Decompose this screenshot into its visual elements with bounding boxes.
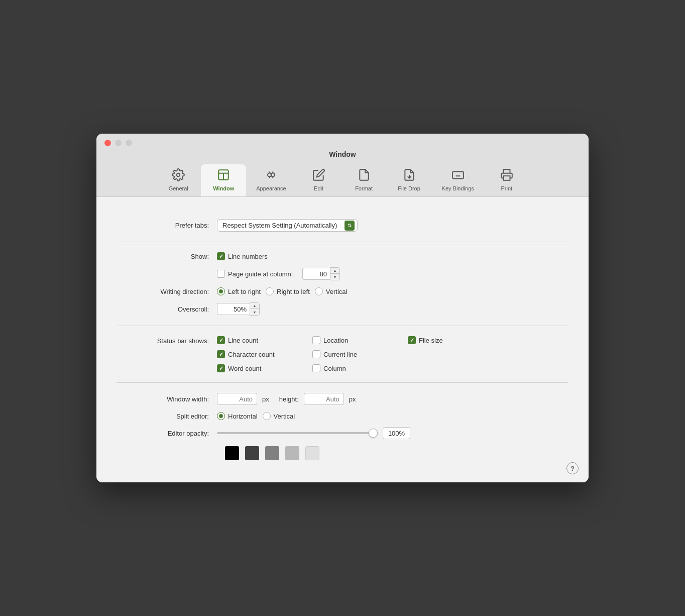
overscroll-stepper: ▲ ▼ xyxy=(217,302,260,316)
prefer-tabs-row: Prefer tabs: Respect System Setting (Aut… xyxy=(117,219,568,232)
swatch-light-gray[interactable] xyxy=(285,446,299,460)
page-guide-input[interactable] xyxy=(302,268,330,280)
tab-edit[interactable]: Edit xyxy=(296,164,341,196)
line-count-wrapper[interactable]: Line count xyxy=(217,336,307,344)
tab-appearance-label: Appearance xyxy=(256,185,286,191)
page-guide-wrapper[interactable]: Page guide at column: xyxy=(217,270,297,278)
location-label: Location xyxy=(323,337,348,344)
tab-window-label: Window xyxy=(213,185,234,191)
writing-direction-controls: Left to right Right to left Vertical xyxy=(217,287,347,295)
status-bar-label: Status bar shows: xyxy=(117,336,217,345)
vertical-split-wrapper[interactable]: Vertical xyxy=(263,412,295,420)
format-icon xyxy=(358,168,371,183)
rtl-radio[interactable] xyxy=(266,287,274,295)
page-guide-stepper: ▲ ▼ xyxy=(302,267,340,280)
ltr-wrapper[interactable]: Left to right xyxy=(217,287,261,295)
show-section: Show: Line numbers Page guide at column: xyxy=(117,242,568,326)
svg-rect-15 xyxy=(503,176,510,180)
line-numbers-wrapper[interactable]: Line numbers xyxy=(217,252,297,260)
location-wrapper[interactable]: Location xyxy=(312,336,403,344)
vertical-label: Vertical xyxy=(326,288,348,295)
print-icon xyxy=(500,168,513,183)
appearance-icon xyxy=(265,168,278,183)
file-drop-icon xyxy=(403,168,416,183)
prefer-tabs-dropdown[interactable]: Respect System Setting (Automatically) A… xyxy=(217,219,358,232)
content-area: Prefer tabs: Respect System Setting (Aut… xyxy=(96,197,589,482)
overscroll-row: Overscroll: ▲ ▼ xyxy=(117,302,568,316)
tab-print[interactable]: Print xyxy=(484,164,529,196)
page-guide-decrement[interactable]: ▼ xyxy=(330,274,339,280)
horizontal-wrapper[interactable]: Horizontal xyxy=(217,412,258,420)
prefer-tabs-section: Prefer tabs: Respect System Setting (Aut… xyxy=(117,209,568,242)
window-width-input[interactable] xyxy=(217,393,257,405)
split-editor-label: Split editor: xyxy=(117,413,217,420)
ltr-radio[interactable] xyxy=(217,287,225,295)
character-count-wrapper[interactable]: Character count xyxy=(217,350,307,358)
ltr-label: Left to right xyxy=(228,288,261,295)
key-bindings-icon xyxy=(451,168,465,183)
content: Prefer tabs: Respect System Setting (Aut… xyxy=(96,197,589,482)
file-size-checkbox[interactable] xyxy=(408,336,416,344)
vertical-split-radio[interactable] xyxy=(263,412,271,420)
overscroll-input[interactable] xyxy=(217,303,250,315)
vertical-wrapper[interactable]: Vertical xyxy=(315,287,348,295)
opacity-slider[interactable] xyxy=(217,432,378,434)
help-button[interactable]: ? xyxy=(566,462,579,474)
line-numbers-label: Line numbers xyxy=(228,253,268,260)
page-guide-controls: Page guide at column: ▲ ▼ xyxy=(217,267,340,280)
editor-opacity-label: Editor opacity: xyxy=(117,430,217,437)
title-bar: Window General xyxy=(96,134,589,197)
location-checkbox[interactable] xyxy=(312,336,320,344)
split-editor-row: Split editor: Horizontal Vertical xyxy=(117,412,568,420)
swatch-black[interactable] xyxy=(225,446,239,460)
vertical-radio[interactable] xyxy=(315,287,323,295)
window-icon xyxy=(217,168,230,183)
swatch-dark-gray[interactable] xyxy=(245,446,259,460)
tab-window[interactable]: Window xyxy=(201,164,246,196)
column-checkbox[interactable] xyxy=(312,364,320,372)
current-line-checkbox[interactable] xyxy=(312,350,320,358)
page-guide-checkbox[interactable] xyxy=(217,270,225,278)
window-size-row: Window width: px height: px xyxy=(117,393,568,405)
swatch-mid-gray[interactable] xyxy=(265,446,279,460)
minimize-button[interactable] xyxy=(115,140,122,146)
tab-format[interactable]: Format xyxy=(341,164,387,196)
page-guide-row: Page guide at column: ▲ ▼ xyxy=(117,267,568,280)
tab-print-label: Print xyxy=(501,185,512,191)
window-title: Window xyxy=(329,150,356,158)
page-guide-label: Page guide at column: xyxy=(228,270,293,278)
toolbar: General Window xyxy=(156,164,529,196)
column-wrapper[interactable]: Column xyxy=(312,364,403,372)
page-guide-stepper-buttons: ▲ ▼ xyxy=(330,267,340,280)
file-size-label: File size xyxy=(419,337,443,344)
rtl-wrapper[interactable]: Right to left xyxy=(266,287,310,295)
tab-general[interactable]: General xyxy=(156,164,201,196)
line-count-checkbox[interactable] xyxy=(217,336,225,344)
line-numbers-checkbox[interactable] xyxy=(217,252,225,260)
overscroll-decrement[interactable]: ▼ xyxy=(250,309,259,315)
tab-appearance[interactable]: Appearance xyxy=(246,164,296,196)
prefer-tabs-controls: Respect System Setting (Automatically) A… xyxy=(217,219,358,232)
file-size-wrapper[interactable]: File size xyxy=(408,336,488,344)
svg-rect-7 xyxy=(452,172,464,179)
close-button[interactable] xyxy=(104,140,111,146)
tab-key-bindings[interactable]: Key Bindings xyxy=(432,164,484,196)
page-guide-increment[interactable]: ▲ xyxy=(330,268,339,274)
window-height-input[interactable] xyxy=(304,393,344,405)
maximize-button[interactable] xyxy=(126,140,132,146)
current-line-label: Current line xyxy=(323,351,357,358)
prefer-tabs-dropdown-wrapper: Respect System Setting (Automatically) A… xyxy=(217,219,358,232)
current-line-wrapper[interactable]: Current line xyxy=(312,350,403,358)
status-bar-grid: Line count Location File size xyxy=(217,336,488,372)
status-bar-controls: Line count Location File size xyxy=(217,336,488,372)
tab-file-drop[interactable]: File Drop xyxy=(387,164,432,196)
writing-direction-row: Writing direction: Left to right Right t… xyxy=(117,287,568,295)
word-count-wrapper[interactable]: Word count xyxy=(217,364,307,372)
swatch-white[interactable] xyxy=(305,446,319,460)
window-width-label: Window width: xyxy=(117,395,217,403)
overscroll-increment[interactable]: ▲ xyxy=(250,303,259,309)
show-controls: Line numbers xyxy=(217,252,297,260)
character-count-checkbox[interactable] xyxy=(217,350,225,358)
horizontal-radio[interactable] xyxy=(217,412,225,420)
word-count-checkbox[interactable] xyxy=(217,364,225,372)
